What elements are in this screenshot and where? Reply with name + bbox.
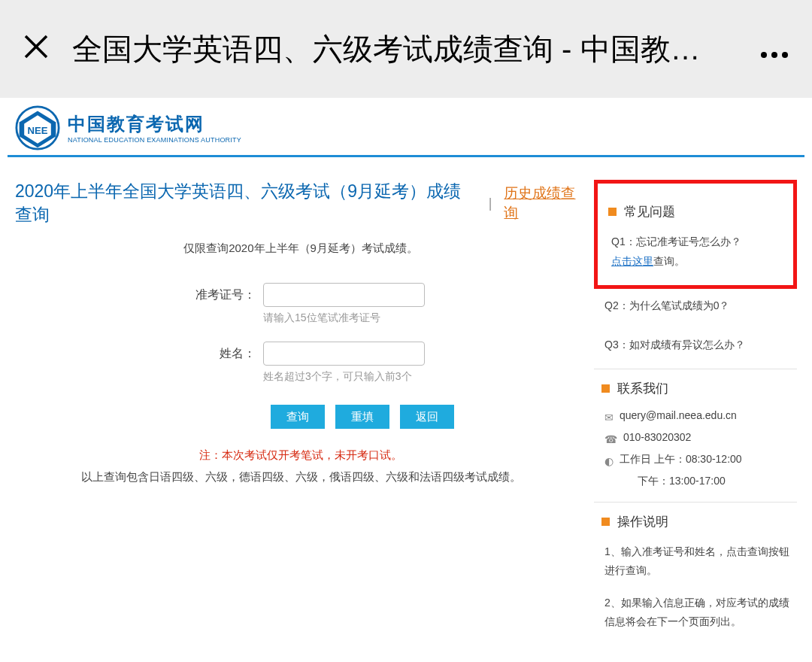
email-icon: ✉: [604, 411, 614, 424]
sidebar: 常见问题 Q1：忘记准考证号怎么办？ 点击这里查询。 Q2：为什么笔试成绩为0？…: [594, 180, 804, 658]
ops-step-2: 2、如果输入信息正确，对应考试的成绩信息将会在下一个页面列出。: [601, 594, 789, 631]
faq-heading: 常见问题: [624, 203, 675, 220]
square-bullet-icon: [601, 384, 610, 393]
svg-text:NEE: NEE: [28, 125, 48, 136]
contact-hours-1: 工作日 上午：08:30-12:00: [620, 453, 742, 466]
name-input[interactable]: [263, 342, 425, 366]
name-hint: 姓名超过3个字，可只输入前3个: [263, 370, 496, 384]
contact-email: query@mail.neea.edu.cn: [620, 409, 737, 421]
close-icon[interactable]: [23, 33, 50, 65]
logo-en-text: NATIONAL EDUCATION EXAMINATIONS AUTHORIT…: [68, 136, 241, 144]
ticket-input[interactable]: [263, 283, 425, 307]
faq-q1: Q1：忘记准考证号怎么办？ 点击这里查询。: [608, 232, 783, 272]
languages-note: 以上查询包含日语四级、六级，德语四级、六级，俄语四级、六级和法语四级考试成绩。: [15, 470, 586, 484]
back-button[interactable]: 返回: [400, 405, 454, 429]
scope-note: 仅限查询2020年上半年（9月延考）考试成绩。: [15, 241, 586, 256]
logo[interactable]: NEE 中国教育考试网 NATIONAL EDUCATION EXAMINATI…: [15, 105, 241, 150]
mobile-top-bar: 全国大学英语四、六级考试成绩查询 - 中国教…: [0, 0, 812, 98]
reset-button[interactable]: 重填: [335, 405, 389, 429]
query-form: 准考证号： 请输入15位笔试准考证号 姓名： 姓名超过3个字，可只输入前3个 查…: [105, 283, 496, 429]
square-bullet-icon: [608, 208, 617, 216]
ticket-hint: 请输入15位笔试准考证号: [263, 311, 496, 325]
main-title: 2020年上半年全国大学英语四、六级考试（9月延考）成绩查询: [15, 180, 477, 226]
main-panel: 2020年上半年全国大学英语四、六级考试（9月延考）成绩查询 | 历史成绩查询 …: [15, 180, 586, 658]
phone-icon: ☎: [604, 433, 617, 445]
contact-hours-2: 下午：13:00-17:00: [601, 475, 789, 488]
page-title: 全国大学英语四、六级考试成绩查询 - 中国教…: [72, 29, 759, 70]
faq-q1-link[interactable]: 点击这里: [611, 255, 653, 267]
history-scores-link[interactable]: 历史成绩查询: [504, 184, 586, 223]
svg-point-3: [771, 52, 777, 58]
faq-highlight-box: 常见问题 Q1：忘记准考证号怎么办？ 点击这里查询。: [594, 180, 797, 289]
ops-heading: 操作说明: [617, 513, 668, 530]
warning-note: 注：本次考试仅开考笔试，未开考口试。: [15, 448, 586, 463]
contact-phone: 010-83020302: [623, 431, 691, 443]
name-label: 姓名：: [105, 342, 263, 362]
site-header: NEE 中国教育考试网 NATIONAL EDUCATION EXAMINATI…: [0, 98, 812, 155]
more-icon[interactable]: [759, 31, 789, 67]
ops-step-1: 1、输入准考证号和姓名，点击查询按钮进行查询。: [601, 542, 789, 580]
clock-icon: ◐: [604, 455, 614, 467]
square-bullet-icon: [601, 518, 610, 526]
logo-cn-text: 中国教育考试网: [68, 112, 241, 136]
title-separator: |: [489, 196, 492, 211]
query-button[interactable]: 查询: [271, 405, 325, 429]
faq-q3: Q3：如对成绩有异议怎么办？: [601, 336, 789, 355]
contact-heading: 联系我们: [617, 380, 668, 397]
ticket-label: 准考证号：: [105, 283, 263, 303]
logo-badge-icon: NEE: [15, 105, 60, 150]
faq-q2: Q2：为什么笔试成绩为0？: [601, 296, 789, 316]
svg-point-2: [761, 52, 767, 58]
svg-point-4: [782, 52, 788, 58]
